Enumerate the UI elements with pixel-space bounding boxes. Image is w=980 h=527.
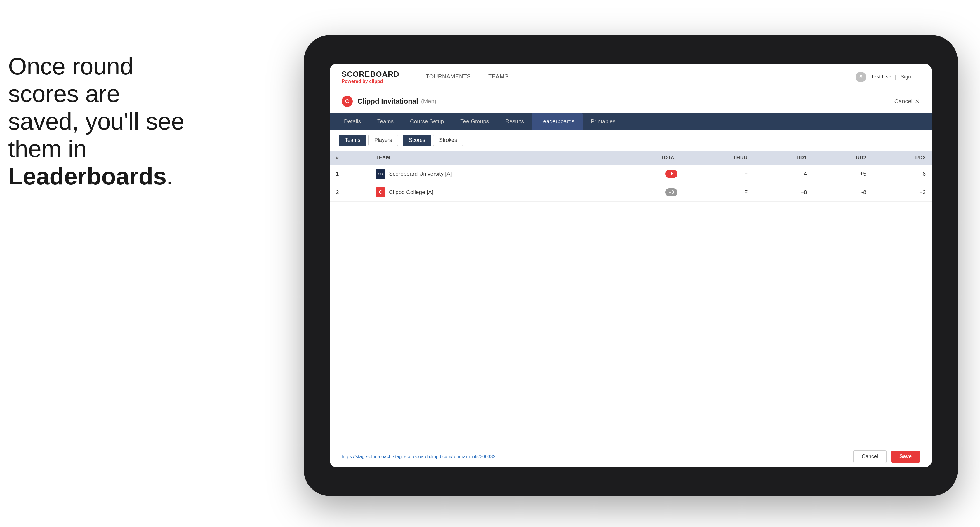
rank-1: 1 [330,165,370,183]
text-line1: Once round [8,53,134,79]
rank-2: 2 [330,183,370,202]
logo-text: SCOREBOARD [342,70,399,79]
col-rd2: RD2 [813,151,872,165]
col-rd3: RD3 [872,151,932,165]
save-button[interactable]: Save [891,451,920,462]
team-logo-1: SU [375,169,385,179]
thru-2: F [683,183,753,202]
tab-results[interactable]: Results [497,113,532,130]
col-thru: THRU [683,151,753,165]
subtab-players[interactable]: Players [368,135,398,146]
rd3-2: +3 [872,183,932,202]
text-period: . [167,163,173,189]
table-header-row: # TEAM TOTAL THRU RD1 RD2 RD3 [330,151,932,165]
tournament-title: Clippd Invitational [358,97,418,105]
col-team: TEAM [370,151,606,165]
tab-printables[interactable]: Printables [582,113,624,130]
table-row: 2 C Clippd College [A] +3 F +8 -8 [330,183,932,202]
tab-tee-groups[interactable]: Tee Groups [452,113,497,130]
close-icon: ✕ [915,98,920,105]
sign-out-link[interactable]: Sign out [900,74,920,80]
user-avatar: S [856,72,866,82]
leaderboard-table-container: # TEAM TOTAL THRU RD1 RD2 RD3 1 [330,151,932,446]
sub-tabs-bar: Teams Players Scores Strokes [330,130,932,151]
top-navigation: SCOREBOARD Powered by clippd TOURNAMENTS… [330,64,932,90]
logo-powered: Powered by clippd [342,79,399,84]
tab-navigation: Details Teams Course Setup Tee Groups Re… [330,113,932,130]
rd1-2: +8 [753,183,813,202]
tab-leaderboards[interactable]: Leaderboards [532,113,582,130]
subtab-strokes[interactable]: Strokes [433,135,463,146]
nav-right: S Test User | Sign out [856,72,920,82]
url-bar: https://stage-blue-coach.stagescoreboard… [342,454,496,459]
subtab-scores[interactable]: Scores [402,135,431,146]
cancel-button[interactable]: Cancel [853,450,886,463]
cancel-x-button[interactable]: Cancel ✕ [894,98,920,105]
logo-area: SCOREBOARD Powered by clippd [342,70,399,84]
score-badge-1: -5 [665,170,678,178]
team-name-1: SU Scoreboard University [A] [370,165,606,183]
tournament-header: C Clippd Invitational (Men) Cancel ✕ [330,90,932,113]
rd2-1: +5 [813,165,872,183]
thru-1: F [683,165,753,183]
team-name-2: C Clippd College [A] [370,183,606,202]
col-rd1: RD1 [753,151,813,165]
left-description: Once round scores are saved, you'll see … [8,52,218,190]
table-row: 1 SU Scoreboard University [A] -5 F -4 [330,165,932,183]
subtab-teams[interactable]: Teams [339,135,366,146]
total-2: +3 [606,183,683,202]
bottom-bar: https://stage-blue-coach.stagescoreboard… [330,446,932,467]
team-logo-2: C [375,187,385,197]
tab-details[interactable]: Details [336,113,369,130]
rd3-1: -6 [872,165,932,183]
col-rank: # [330,151,370,165]
total-1: -5 [606,165,683,183]
tab-course-setup[interactable]: Course Setup [402,113,452,130]
text-line2: scores are [8,80,120,107]
nav-teams[interactable]: TEAMS [479,64,517,90]
tournament-icon: C [342,96,353,107]
rd2-2: -8 [813,183,872,202]
col-total: TOTAL [606,151,683,165]
tab-teams[interactable]: Teams [369,113,402,130]
text-line4: them in [8,135,87,162]
nav-links: TOURNAMENTS TEAMS [417,64,856,90]
score-badge-2: +3 [665,188,678,196]
leaderboard-table: # TEAM TOTAL THRU RD1 RD2 RD3 1 [330,151,932,202]
tournament-subtitle: (Men) [421,98,436,105]
text-line3: saved, you'll see [8,108,185,135]
user-name: Test User | [871,74,896,80]
tablet-device: SCOREBOARD Powered by clippd TOURNAMENTS… [304,35,958,496]
rd1-1: -4 [753,165,813,183]
tablet-screen: SCOREBOARD Powered by clippd TOURNAMENTS… [330,64,932,467]
nav-tournaments[interactable]: TOURNAMENTS [417,64,479,90]
text-line5-bold: Leaderboards [8,163,167,189]
